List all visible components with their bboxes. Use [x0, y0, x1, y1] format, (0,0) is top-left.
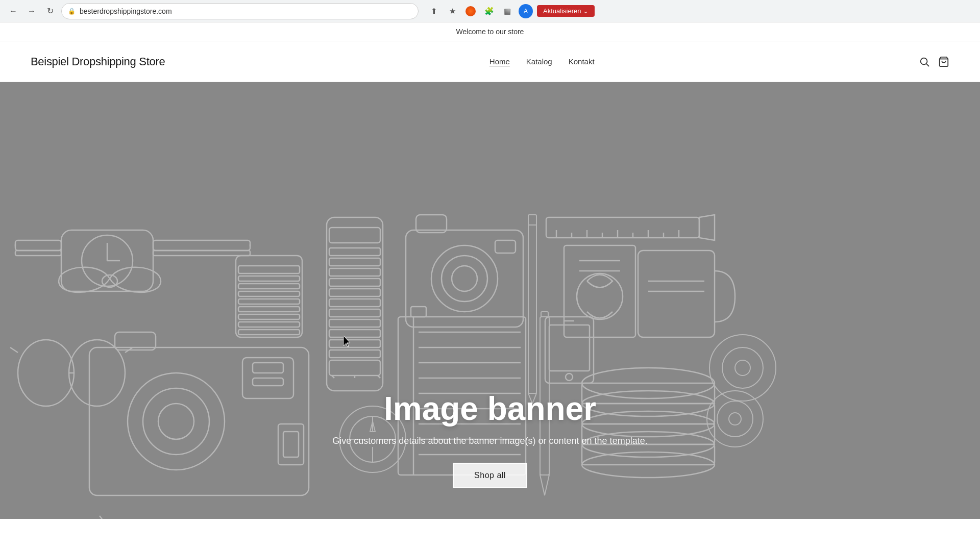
store-banner: Welcome to our store: [0, 22, 980, 41]
nav-katalog[interactable]: Katalog: [526, 57, 552, 66]
search-icon: [919, 56, 930, 67]
update-label: Aktualisieren: [543, 7, 581, 15]
profile-button[interactable]: A: [519, 4, 533, 18]
nav-home[interactable]: Home: [489, 57, 510, 66]
url-text: besterdropshippingstore.com: [80, 7, 172, 15]
store-nav: Home Katalog Kontakt: [489, 57, 595, 66]
hero-subtitle: Give customers details about the banner …: [332, 436, 647, 446]
extensions-button[interactable]: 🧩: [482, 4, 496, 18]
firefox-icon: [465, 6, 476, 16]
cart-button[interactable]: [938, 56, 949, 67]
banner-text: Welcome to our store: [456, 28, 524, 36]
cart-icon: [938, 56, 949, 67]
share-button[interactable]: ⬆: [427, 4, 441, 18]
sidebar-button[interactable]: ▦: [500, 4, 514, 18]
hero-title: Image banner: [332, 390, 647, 428]
forward-button[interactable]: →: [24, 4, 39, 18]
lock-icon: 🔒: [68, 8, 76, 15]
update-chevron: ⌄: [583, 7, 589, 15]
search-button[interactable]: [919, 56, 930, 67]
update-button[interactable]: Aktualisieren ⌄: [537, 5, 595, 17]
back-button[interactable]: ←: [6, 4, 20, 18]
browser-chrome: ← → ↻ 🔒 besterdropshippingstore.com ⬆ ★ …: [0, 0, 980, 22]
browser-actions: ⬆ ★ 🧩 ▦ A Aktualisieren ⌄: [427, 4, 595, 18]
svg-point-0: [921, 58, 927, 64]
hero-banner: Image banner Give customers details abou…: [0, 82, 980, 519]
firefox-button[interactable]: [463, 4, 478, 18]
bookmark-button[interactable]: ★: [445, 4, 459, 18]
hero-content: Image banner Give customers details abou…: [332, 390, 647, 488]
reload-button[interactable]: ↻: [43, 4, 57, 18]
address-bar[interactable]: 🔒 besterdropshippingstore.com: [61, 3, 419, 19]
svg-line-1: [926, 64, 929, 66]
store-logo: Beispiel Dropshipping Store: [31, 55, 165, 68]
shop-all-button[interactable]: Shop all: [453, 463, 527, 488]
nav-kontakt[interactable]: Kontakt: [569, 57, 595, 66]
header-icons: [919, 56, 949, 67]
store-header: Beispiel Dropshipping Store Home Katalog…: [0, 41, 980, 82]
